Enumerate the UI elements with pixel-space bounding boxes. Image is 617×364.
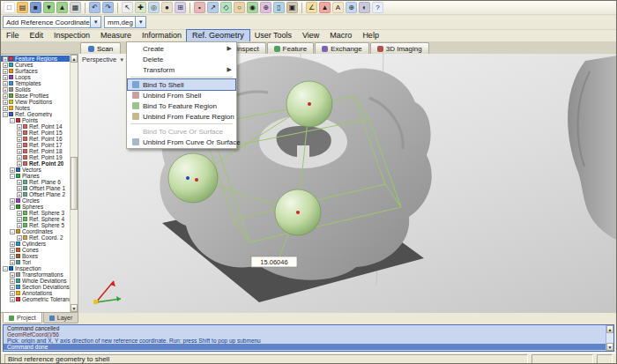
ref-circle-icon[interactable]: ○ [234, 2, 245, 13]
redo-icon[interactable]: ↷ [102, 2, 114, 13]
tab-scan[interactable]: Scan [80, 42, 121, 54]
tree-item-circles[interactable]: +Circles [1, 197, 70, 204]
tree-expander-icon[interactable]: + [17, 235, 22, 241]
tree-expander-icon[interactable]: + [3, 93, 8, 99]
tree-expander-icon[interactable]: − [3, 112, 8, 117]
tree-item-ref-geometry[interactable]: −Ref. Geometry [1, 111, 70, 117]
menu-item-create[interactable]: Create▶ [128, 43, 235, 54]
ref-plane-icon[interactable]: ◇ [220, 2, 232, 13]
export-icon[interactable]: ▲ [56, 2, 68, 13]
menu-file[interactable]: File [1, 30, 25, 41]
ref-sphere-4[interactable] [168, 153, 218, 203]
scroll-down-icon[interactable]: ▼ [71, 304, 78, 312]
rotate-view-icon[interactable]: ◎ [148, 2, 160, 13]
tree-expander-icon[interactable]: + [17, 186, 22, 191]
ref-cylinder-icon[interactable]: ▯ [273, 2, 285, 13]
tree-expander-icon[interactable]: + [10, 198, 15, 204]
bottom-tab-layer[interactable]: Layer [43, 313, 79, 323]
tree-item-points[interactable]: −Points [1, 117, 70, 123]
tree-item-notes[interactable]: +Notes [1, 105, 70, 111]
tab-3d-imaging[interactable]: 3D Imaging [370, 42, 429, 54]
tree-expander-icon[interactable]: + [10, 254, 15, 259]
pan-icon[interactable]: ✚ [135, 2, 146, 13]
tree-item-ref-sphere-4[interactable]: +Ref. Sphere 4 [1, 216, 70, 222]
tree-expander-icon[interactable]: + [10, 241, 15, 247]
bottom-tab-project[interactable]: Project [3, 313, 42, 323]
tree-scrollbar[interactable]: ▲ ▼ [70, 55, 78, 312]
fit-view-icon[interactable]: ⊞ [175, 2, 186, 13]
tree-item-offset-plane-1[interactable]: +Offset Plane 1 [1, 185, 70, 191]
tree-expander-icon[interactable]: + [3, 56, 8, 62]
undo-icon[interactable]: ↶ [89, 2, 100, 13]
view-mode-selector[interactable]: Perspective ▼ [82, 56, 124, 63]
tree-item-ref-point-18[interactable]: +Ref. Point 18 [1, 148, 70, 154]
tree-item-surfaces[interactable]: +Surfaces [1, 68, 70, 74]
console-scrollbar[interactable]: ▲ ▼ [606, 325, 613, 351]
menu-inspection[interactable]: Inspection [48, 30, 95, 41]
tree-item-ref-point-16[interactable]: +Ref. Point 16 [1, 136, 70, 142]
tree-item-cones[interactable]: +Cones [1, 247, 70, 253]
tree-expander-icon[interactable]: + [17, 192, 22, 197]
menu-measure[interactable]: Measure [95, 30, 137, 41]
tree-item-planes[interactable]: −Planes [1, 173, 70, 179]
tree-expander-icon[interactable]: + [17, 223, 22, 228]
menu-edit[interactable]: Edit [25, 30, 49, 41]
tree-item-ref-point-14[interactable]: +Ref. Point 14 [1, 123, 70, 130]
menu-item-unbind-from-curve-or-surface[interactable]: Unbind From Curve Or Surface [128, 137, 235, 147]
tree-item-offset-plane-2[interactable]: +Offset Plane 2 [1, 191, 70, 197]
tree-item-curves[interactable]: +Curves [1, 62, 70, 68]
tree-expander-icon[interactable]: + [10, 279, 15, 284]
tree-expander-icon[interactable]: + [17, 161, 22, 167]
tree-expander-icon[interactable]: + [10, 297, 15, 302]
tree-expander-icon[interactable]: + [3, 87, 8, 93]
tree-item-base-profiles[interactable]: +Base Profiles [1, 93, 70, 99]
tree-expander-icon[interactable]: + [10, 291, 15, 296]
menu-view[interactable]: View [297, 30, 324, 41]
tree-expander-icon[interactable]: + [3, 81, 8, 86]
units-combobox[interactable]: mm,deg ▼ [104, 16, 146, 28]
tree-expander-icon[interactable]: + [17, 124, 22, 130]
annotation-icon[interactable]: A [332, 2, 344, 13]
deviation-icon[interactable]: ▲ [319, 2, 331, 13]
tolerance-icon[interactable]: ⊕ [346, 2, 357, 13]
menu-item-transform[interactable]: Transform▶ [128, 64, 235, 75]
tree-expander-icon[interactable]: + [3, 75, 8, 80]
tree-expander-icon[interactable]: + [3, 106, 8, 111]
tree-expander-icon[interactable]: − [10, 174, 15, 179]
ref-sphere-icon[interactable]: ◉ [247, 2, 258, 13]
tree-item-spheres[interactable]: −Spheres [1, 204, 70, 210]
tree-item-feature-regions[interactable]: +Feature Regions [1, 56, 70, 62]
tree-item-inspection[interactable]: −Inspection [1, 265, 70, 271]
tree-item-templates[interactable]: +Templates [1, 80, 70, 86]
chevron-down-icon[interactable]: ▼ [135, 17, 145, 27]
tree-item-ref-point-15[interactable]: +Ref. Point 15 [1, 130, 70, 136]
save-icon[interactable]: ■ [30, 2, 41, 13]
tree-expander-icon[interactable]: − [10, 229, 15, 234]
tree-item-coordinates[interactable]: −Coordinates [1, 228, 70, 234]
tree-item-boxes[interactable]: +Boxes [1, 253, 70, 259]
tree-expander-icon[interactable]: − [10, 118, 15, 123]
tree-expander-icon[interactable]: + [17, 180, 22, 185]
menu-item-bind-to-shell[interactable]: Bind To Shell [128, 79, 235, 90]
tree-item-ref-point-20[interactable]: +Ref. Point 20 [1, 160, 70, 167]
tree-item-geometric-tolerance[interactable]: +Geometric Tolerance [1, 296, 70, 302]
tree-expander-icon[interactable]: + [10, 260, 15, 265]
menu-ref-geometry[interactable]: Ref. Geometry [187, 30, 249, 41]
tree-expander-icon[interactable]: + [3, 100, 8, 105]
ref-box-icon[interactable]: ▣ [286, 2, 298, 13]
ref-coordinate-icon[interactable]: ⊕ [260, 2, 271, 13]
tree-item-cylinders[interactable]: +Cylinders [1, 241, 70, 247]
tree-item-ref-coord-2[interactable]: +Ref. Coord. 2 [1, 234, 70, 241]
camera-icon[interactable]: ◐ [359, 2, 370, 13]
tree-expander-icon[interactable]: + [17, 130, 22, 136]
tab-exchange[interactable]: Exchange [315, 42, 369, 54]
scroll-up-icon[interactable]: ▲ [606, 325, 613, 333]
tree-item-ref-sphere-5[interactable]: +Ref. Sphere 5 [1, 222, 70, 228]
tree-item-annotations[interactable]: +Annotations [1, 290, 70, 296]
tree-item-whole-deviations[interactable]: +Whole Deviations [1, 278, 70, 284]
chevron-down-icon[interactable]: ▼ [90, 17, 100, 27]
menu-item-unbind-from-shell[interactable]: Unbind From Shell [128, 90, 235, 100]
tree-expander-icon[interactable]: + [3, 69, 8, 74]
tab-feature[interactable]: Feature [267, 42, 315, 54]
zoom-icon[interactable]: ● [161, 2, 173, 13]
